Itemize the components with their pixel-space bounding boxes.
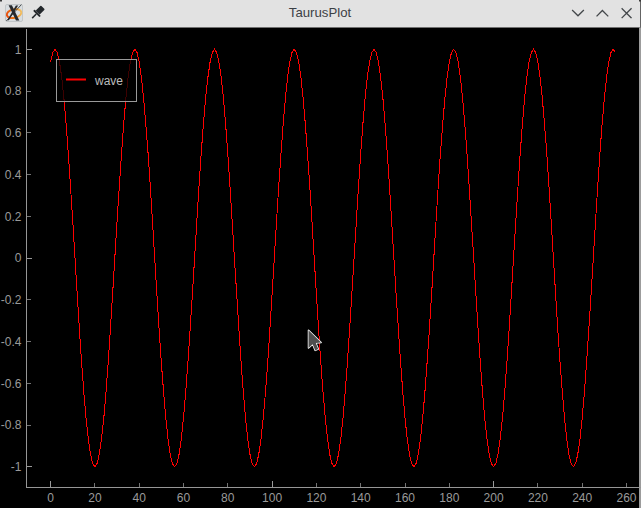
- svg-text:80: 80: [221, 491, 235, 505]
- svg-text:wave: wave: [94, 74, 123, 88]
- svg-text:100: 100: [262, 491, 282, 505]
- svg-text:20: 20: [88, 491, 102, 505]
- svg-text:0: 0: [15, 251, 22, 265]
- svg-text:-0.4: -0.4: [1, 335, 22, 349]
- svg-text:-0.8: -0.8: [1, 418, 22, 432]
- svg-text:TaurusPlot: TaurusPlot: [289, 5, 352, 20]
- svg-text:60: 60: [177, 491, 191, 505]
- svg-text:260: 260: [616, 491, 636, 505]
- svg-text:200: 200: [484, 491, 504, 505]
- svg-text:180: 180: [439, 491, 459, 505]
- svg-text:160: 160: [395, 491, 415, 505]
- svg-text:-1: -1: [11, 460, 22, 474]
- svg-text:240: 240: [572, 491, 592, 505]
- svg-text:140: 140: [351, 491, 371, 505]
- svg-text:0.6: 0.6: [5, 126, 22, 140]
- svg-text:0.4: 0.4: [5, 168, 22, 182]
- svg-text:120: 120: [306, 491, 326, 505]
- svg-text:1: 1: [15, 43, 22, 57]
- svg-text:0: 0: [47, 491, 54, 505]
- svg-text:0.8: 0.8: [5, 84, 22, 98]
- svg-text:40: 40: [133, 491, 147, 505]
- svg-text:0.2: 0.2: [5, 210, 22, 224]
- svg-text:-0.6: -0.6: [1, 377, 22, 391]
- svg-text:220: 220: [528, 491, 548, 505]
- svg-text:-0.2: -0.2: [1, 293, 22, 307]
